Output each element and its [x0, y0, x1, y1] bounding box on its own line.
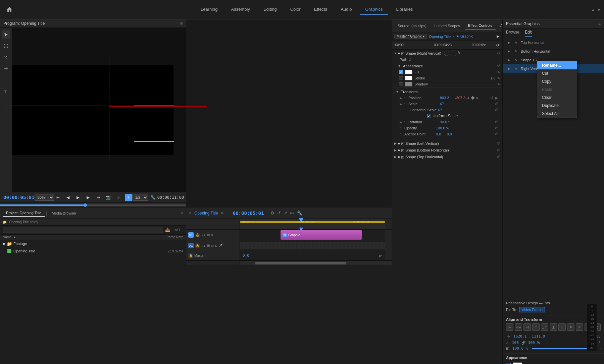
- a1-icon3[interactable]: S: [215, 244, 217, 247]
- appearance-reset[interactable]: ↺: [497, 64, 500, 68]
- tab-edit[interactable]: Edit: [525, 30, 532, 37]
- context-cut[interactable]: Cut: [537, 69, 577, 77]
- stroke-swatch[interactable]: [405, 76, 412, 80]
- folder-expand[interactable]: ▶: [3, 241, 7, 246]
- sbh-expand[interactable]: ▶: [394, 148, 397, 152]
- resolution-select[interactable]: 1/2 Full 1/4: [132, 194, 148, 201]
- shape13-vis-icon[interactable]: ●: [506, 57, 511, 63]
- export-frame-btn[interactable]: 📷: [105, 194, 112, 201]
- stroke-checkbox[interactable]: [399, 76, 403, 80]
- zoom-select[interactable]: 50% 25% 75% 100%: [35, 194, 54, 201]
- graphic-link[interactable]: ★ Graphic: [456, 34, 473, 39]
- pos-x-val[interactable]: 1620.1: [513, 334, 527, 339]
- fill-app-swatch[interactable]: [513, 362, 522, 364]
- align-right-btn[interactable]: ⊣: [523, 323, 531, 331]
- anchor-x[interactable]: 0.0: [436, 132, 441, 136]
- a1-icon2[interactable]: M: [211, 244, 214, 247]
- v1-icon1[interactable]: ⊞: [207, 233, 210, 237]
- tl-marker[interactable]: 🏷: [290, 210, 294, 216]
- position-x[interactable]: 803.3: [440, 96, 449, 100]
- pan-tool[interactable]: [2, 76, 10, 84]
- distribute-v-btn[interactable]: =: [567, 323, 574, 331]
- stroke-eyedrop[interactable]: ✎: [497, 76, 500, 80]
- timeline-scroll-right[interactable]: ↺: [496, 43, 499, 48]
- context-paste[interactable]: Paste: [537, 85, 577, 94]
- position-y[interactable]: -307.3: [455, 96, 465, 100]
- master-val[interactable]: 0.0: [243, 253, 249, 258]
- a1-icon4[interactable]: 🎤: [218, 244, 222, 247]
- anchor-reset[interactable]: ↺: [495, 132, 498, 136]
- tab-source[interactable]: Source: (no clips): [394, 22, 430, 29]
- v1-lock[interactable]: 🔒: [195, 233, 200, 237]
- bottom-h-vis-icon[interactable]: ●: [506, 49, 511, 54]
- pos-keyframe[interactable]: [471, 96, 474, 100]
- context-select-all[interactable]: Select All: [537, 110, 577, 118]
- align-left-btn[interactable]: ⊢: [506, 323, 513, 331]
- pos-reset[interactable]: ↺: [490, 96, 494, 100]
- master-lock[interactable]: 🔒: [188, 253, 193, 258]
- context-duplicate[interactable]: Duplicate: [537, 102, 577, 110]
- distribute-h-btn[interactable]: |||: [558, 323, 566, 331]
- shape-bh-row[interactable]: ▶ ● ◩ Shape (Bottom Horizontal) ↺: [392, 147, 502, 154]
- opacity-slider[interactable]: [532, 348, 595, 349]
- graphic-clip[interactable]: fx Graphic: [281, 230, 362, 240]
- anchor-y[interactable]: 0.0: [447, 132, 452, 136]
- scale-y-val[interactable]: 100: [528, 341, 535, 345]
- rotation-value[interactable]: 90.0 °: [440, 120, 450, 124]
- a1-lock[interactable]: 🔒: [195, 243, 200, 248]
- play-pause-btn[interactable]: ▶: [74, 194, 82, 201]
- dist2-btn[interactable]: ≡: [576, 323, 583, 331]
- tl-tab-menu[interactable]: ≡: [221, 211, 223, 216]
- go-to-in-btn[interactable]: ⇤: [54, 194, 62, 201]
- fill-checkbox[interactable]: ✓: [399, 70, 403, 74]
- tab-project[interactable]: Project: Opening Title: [3, 209, 45, 217]
- pos-prev[interactable]: ◀: [467, 96, 469, 100]
- scale-stopwatch[interactable]: ⏱: [404, 102, 407, 106]
- step-back-btn[interactable]: ◀: [64, 194, 72, 201]
- scale-value[interactable]: 67: [440, 102, 444, 106]
- opacity-transform-val[interactable]: 100.0 %: [512, 346, 528, 351]
- eg-layer-bottom-h[interactable]: ● ✎ Bottom Horizontal: [503, 47, 604, 56]
- go-to-out-btn[interactable]: ⇥: [95, 194, 102, 201]
- tl-select[interactable]: ↗: [284, 210, 287, 216]
- scale-expand[interactable]: ▶: [400, 102, 402, 106]
- tl-undo[interactable]: ↺: [277, 210, 281, 216]
- a1-track-btn2[interactable]: A1: [201, 243, 206, 248]
- tab-lumetri[interactable]: Lumetri Scopes: [431, 22, 463, 29]
- add-btn[interactable]: +: [125, 194, 132, 201]
- nav-item-graphics[interactable]: Graphics: [360, 4, 388, 15]
- nav-item-learning[interactable]: Learning: [195, 4, 223, 15]
- nav-item-editing[interactable]: Editing: [258, 4, 282, 15]
- sth-vis[interactable]: ●: [398, 155, 401, 159]
- opacity-value[interactable]: 100.0 %: [436, 126, 449, 130]
- opening-title-link[interactable]: Opening Title: [429, 35, 451, 39]
- footage-folder-item[interactable]: ▶ 📁 Footage: [0, 240, 186, 247]
- anchor-stopwatch[interactable]: ⏱: [400, 132, 403, 136]
- shadow-swatch[interactable]: [405, 82, 412, 86]
- wrench-icon[interactable]: 🔧: [150, 195, 155, 200]
- home-icon[interactable]: [4, 4, 15, 15]
- a1-icon1[interactable]: ⊞: [207, 244, 210, 247]
- tab-media-browser[interactable]: Media Browser: [48, 210, 80, 217]
- uniform-scale-checkbox[interactable]: ✓: [427, 114, 431, 118]
- align-top-btn[interactable]: ⊤: [532, 323, 540, 331]
- master-badge[interactable]: Master * Graphic ▾: [394, 34, 427, 39]
- vis-icon[interactable]: ●: [398, 51, 401, 56]
- sbh-vis[interactable]: ●: [398, 148, 401, 153]
- pos-y-val[interactable]: 1111.9: [532, 334, 545, 339]
- sth-reset[interactable]: ↺: [497, 155, 500, 159]
- shadow-eyedrop[interactable]: ✎: [497, 82, 500, 86]
- nav-more-icon[interactable]: »: [598, 7, 600, 12]
- path-reset[interactable]: ↺: [408, 58, 411, 62]
- right-v-vis-icon[interactable]: ●: [506, 66, 511, 71]
- more-controls-btn[interactable]: »: [115, 194, 122, 201]
- transform-expand[interactable]: ▼: [396, 90, 399, 94]
- shape13-edit-icon[interactable]: ✎: [513, 57, 519, 63]
- appearance-header[interactable]: ▼ Appearance ↺: [392, 63, 502, 69]
- eg-layer-top-h[interactable]: ● ✎ Top Horizontal: [503, 38, 604, 47]
- rot-stopwatch[interactable]: ⏱: [404, 120, 407, 124]
- program-menu-icon[interactable]: ≡: [180, 21, 183, 26]
- fill-swatch[interactable]: [405, 70, 412, 74]
- project-search-input[interactable]: [3, 227, 163, 233]
- rot-reset[interactable]: ↺: [495, 120, 498, 124]
